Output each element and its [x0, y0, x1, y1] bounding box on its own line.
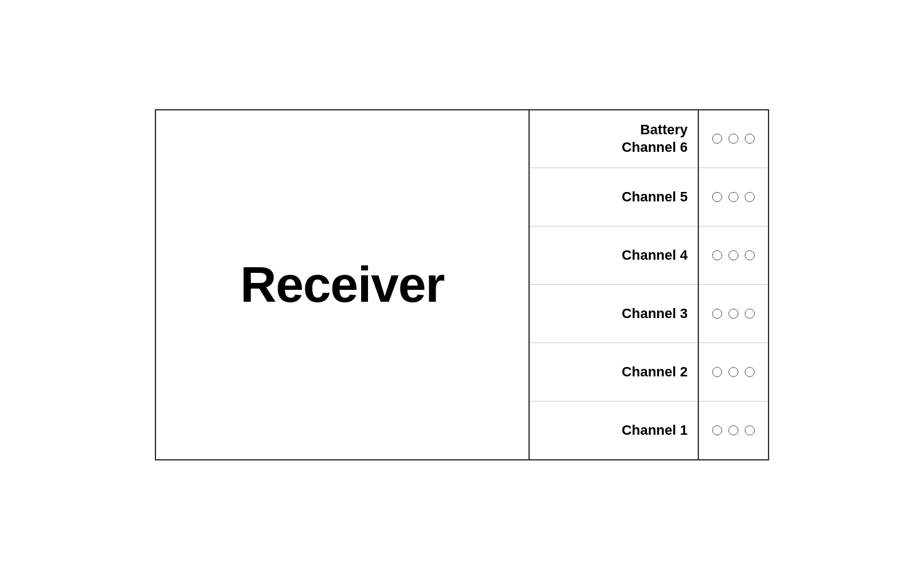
ch3-dot-2 — [728, 309, 738, 319]
left-panel: Receiver — [156, 110, 530, 459]
channel-5-label: Channel 5 — [622, 189, 688, 205]
receiver-panel: Receiver Battery Channel 6 Channel 5 Cha… — [155, 109, 769, 460]
channel-4-dots-row — [699, 226, 768, 285]
ch1-dot-2 — [728, 425, 738, 435]
battery-line1: Battery — [640, 121, 688, 139]
ch5-dot-2 — [728, 192, 738, 202]
ch2-dot-3 — [745, 367, 755, 377]
channel-1-row: Channel 1 — [530, 401, 698, 459]
ch2-dot-1 — [712, 367, 722, 377]
channels-column: Battery Channel 6 Channel 5 Channel 4 Ch… — [530, 110, 699, 459]
battery-dot-3 — [745, 134, 755, 144]
channel-2-row: Channel 2 — [530, 343, 698, 401]
battery-channel-row: Battery Channel 6 — [530, 110, 698, 169]
ch3-dot-3 — [745, 309, 755, 319]
battery-dot-1 — [712, 134, 722, 144]
battery-dots-row — [699, 110, 768, 169]
ch4-dot-3 — [745, 250, 755, 260]
channel-2-label: Channel 2 — [622, 364, 688, 380]
channel-1-dots-row — [699, 401, 768, 459]
ch2-dot-2 — [728, 367, 738, 377]
channel-2-dots-row — [699, 343, 768, 401]
ch5-dot-3 — [745, 192, 755, 202]
channel-3-label: Channel 3 — [622, 306, 688, 322]
right-panel: Battery Channel 6 Channel 5 Channel 4 Ch… — [530, 110, 768, 459]
channel-3-row: Channel 3 — [530, 285, 698, 343]
channel-4-row: Channel 4 — [530, 226, 698, 285]
ch1-dot-1 — [712, 425, 722, 435]
ch1-dot-3 — [745, 425, 755, 435]
channel-1-label: Channel 1 — [622, 422, 688, 439]
channel-3-dots-row — [699, 285, 768, 343]
channel-4-label: Channel 4 — [622, 247, 688, 263]
ch4-dot-2 — [728, 250, 738, 260]
dots-column — [699, 110, 768, 459]
channel-5-row: Channel 5 — [530, 168, 698, 226]
receiver-label: Receiver — [240, 256, 444, 314]
battery-line2: Channel 6 — [622, 139, 688, 157]
ch4-dot-1 — [712, 250, 722, 260]
ch5-dot-1 — [712, 192, 722, 202]
ch3-dot-1 — [712, 309, 722, 319]
battery-dot-2 — [728, 134, 738, 144]
channel-5-dots-row — [699, 168, 768, 226]
